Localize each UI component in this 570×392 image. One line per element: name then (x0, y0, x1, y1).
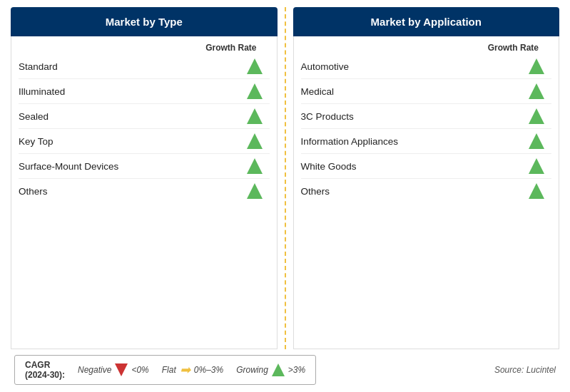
item-label: 3C Products (301, 111, 354, 122)
list-item: Others (19, 179, 270, 203)
panel-divider (285, 7, 286, 349)
left-items-list: Standard Illuminated Sealed Key Top (19, 54, 270, 203)
list-item: White Goods (301, 154, 552, 179)
arrow-down-red-icon (115, 363, 128, 376)
right-panel: Market by Application Growth Rate Automo… (293, 7, 560, 349)
right-panel-header: Market by Application (293, 7, 560, 36)
left-panel-header: Market by Type (11, 7, 278, 36)
list-item: Key Top (19, 129, 270, 154)
list-item: Automotive (301, 54, 552, 79)
arrow-up-green-icon (247, 183, 263, 199)
growing-label: Growing (236, 365, 268, 375)
arrow-up-green-icon (247, 158, 263, 174)
arrow-up-green-icon (247, 58, 263, 74)
arrow-up-green-sm-icon (272, 363, 285, 376)
left-growth-rate-label: Growth Rate (19, 40, 270, 54)
item-label: Sealed (19, 111, 49, 122)
cagr-label: CAGR (2024-30): (25, 360, 65, 380)
item-label: Others (19, 186, 48, 197)
item-label: Illuminated (19, 86, 65, 97)
left-panel: Market by Type Growth Rate Standard Illu… (11, 7, 278, 349)
arrow-up-green-icon (529, 58, 544, 74)
item-label: Automotive (301, 61, 350, 72)
item-label: Key Top (19, 136, 54, 147)
right-panel-body: Growth Rate Automotive Medical 3C Produc… (293, 36, 560, 349)
arrow-up-green-icon (529, 133, 544, 149)
arrow-up-green-icon (529, 183, 544, 199)
arrow-up-green-icon (529, 83, 544, 99)
right-items-list: Automotive Medical 3C Products Informati… (301, 54, 552, 203)
item-label: Information Appliances (301, 136, 399, 147)
negative-range: <0% (131, 365, 148, 375)
list-item: Information Appliances (301, 129, 552, 154)
item-label: White Goods (301, 161, 357, 172)
arrow-up-green-icon (247, 108, 263, 124)
list-item: Others (301, 179, 552, 203)
legend-growing: Growing >3% (236, 363, 305, 376)
list-item: Standard (19, 54, 270, 79)
arrow-up-green-icon (247, 83, 263, 99)
item-label: Medical (301, 86, 335, 97)
legend-box: CAGR (2024-30): Negative <0% Flat ➡ 0%–3… (14, 355, 316, 385)
main-container: Market by Type Growth Rate Standard Illu… (0, 0, 570, 392)
source-text: Source: Lucintel (494, 365, 556, 375)
left-panel-body: Growth Rate Standard Illuminated Sealed (11, 36, 278, 349)
growing-range: >3% (288, 365, 305, 375)
flat-range: 0%–3% (194, 365, 223, 375)
list-item: Surface-Mount Devices (19, 154, 270, 179)
arrow-right-yellow-icon: ➡ (180, 363, 190, 376)
list-item: Sealed (19, 104, 270, 129)
arrow-up-green-icon (529, 158, 544, 174)
item-label: Surface-Mount Devices (19, 161, 118, 172)
legend-negative: Negative <0% (78, 363, 149, 376)
list-item: Illuminated (19, 79, 270, 104)
list-item: 3C Products (301, 104, 552, 129)
negative-label: Negative (78, 365, 111, 375)
legend-flat: Flat ➡ 0%–3% (162, 363, 223, 376)
item-label: Standard (19, 61, 58, 72)
flat-label: Flat (162, 365, 176, 375)
panels-row: Market by Type Growth Rate Standard Illu… (11, 7, 559, 349)
item-label: Others (301, 186, 330, 197)
arrow-up-green-icon (247, 133, 263, 149)
list-item: Medical (301, 79, 552, 104)
arrow-up-green-icon (529, 108, 544, 124)
footer: CAGR (2024-30): Negative <0% Flat ➡ 0%–3… (11, 355, 559, 385)
right-growth-rate-label: Growth Rate (301, 40, 552, 54)
